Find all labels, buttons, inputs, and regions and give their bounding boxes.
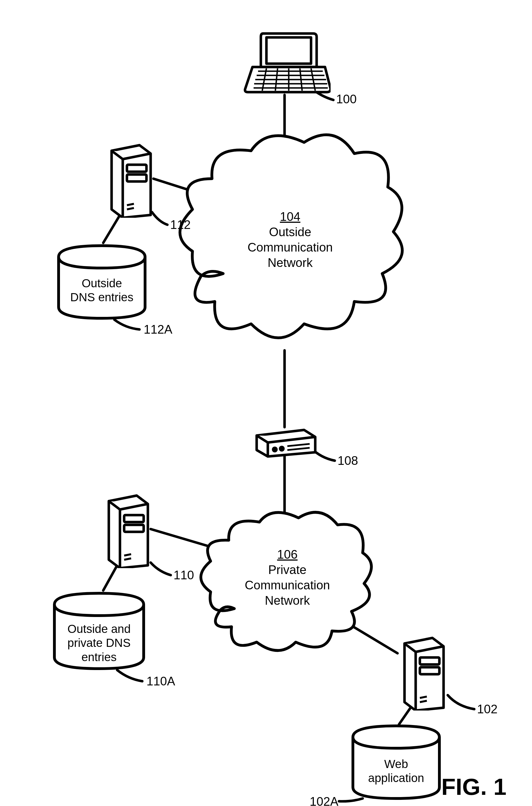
svg-line-22 <box>127 204 134 205</box>
outside-cloud-ref: 104 <box>280 210 300 223</box>
ref-firewall: 108 <box>338 454 358 468</box>
figure-label: FIG. 1 <box>441 773 506 801</box>
ref-private-dns-server: 110 <box>173 568 194 582</box>
web-server-icon <box>393 627 452 711</box>
ref-private-dns-db: 110A <box>147 674 175 688</box>
diagram-canvas: 100 104 Outside Communication Network 11… <box>0 0 532 806</box>
svg-rect-31 <box>124 525 144 532</box>
svg-line-32 <box>124 554 131 555</box>
private-cloud-label: 106 Private Communication Network <box>237 547 338 608</box>
svg-line-37 <box>420 697 427 698</box>
svg-rect-36 <box>420 667 439 674</box>
svg-point-26 <box>280 447 283 450</box>
ref-laptop: 100 <box>336 92 357 106</box>
svg-point-25 <box>273 448 277 451</box>
svg-rect-21 <box>127 175 147 181</box>
outside-dns-db-label: Outside DNS entries <box>60 276 144 305</box>
svg-rect-35 <box>420 658 439 664</box>
svg-line-38 <box>420 701 427 702</box>
svg-line-23 <box>127 208 134 209</box>
ref-web-server: 102 <box>477 702 497 716</box>
outside-cloud-label: 104 Outside Communication Network <box>237 209 343 270</box>
private-dns-server-icon <box>98 484 156 568</box>
svg-rect-30 <box>124 515 144 522</box>
private-cloud-ref: 106 <box>277 548 298 561</box>
web-app-db-label: Web application <box>356 757 437 785</box>
svg-rect-20 <box>127 165 147 172</box>
svg-line-33 <box>124 558 131 560</box>
private-dns-db-label: Outside and private DNS entries <box>56 622 142 664</box>
ref-web-app-db: 102A <box>310 794 338 806</box>
ref-outside-dns-db: 112A <box>144 323 172 336</box>
ref-outside-dns-server: 112 <box>170 218 191 232</box>
firewall-icon <box>251 424 321 458</box>
outside-dns-server-icon <box>100 134 159 218</box>
laptop-icon <box>241 28 330 100</box>
callout-leaders <box>0 0 532 806</box>
